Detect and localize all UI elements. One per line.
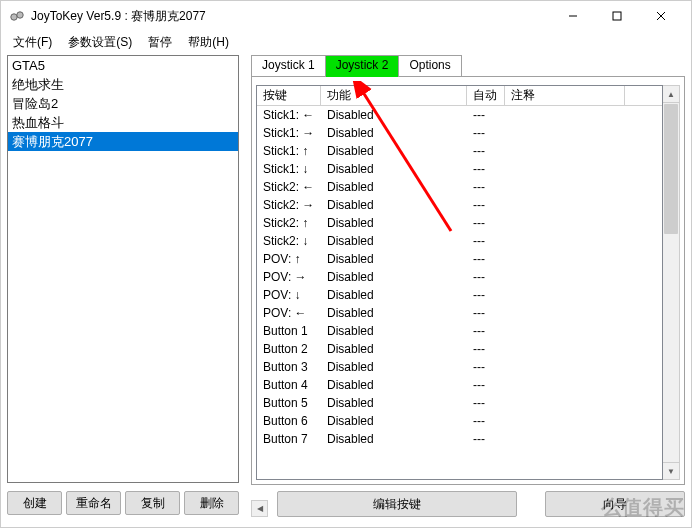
cell-function: Disabled bbox=[321, 430, 467, 448]
tab-strip: Joystick 1Joystick 2Options bbox=[251, 55, 461, 77]
tab-options[interactable]: Options bbox=[398, 55, 461, 77]
table-row[interactable]: POV: ↑Disabled--- bbox=[257, 250, 662, 268]
cell-note bbox=[505, 340, 625, 358]
main-pane: Joystick 1Joystick 2Options 按键功能自动注释 Sti… bbox=[247, 55, 685, 519]
table-row[interactable]: Button 2Disabled--- bbox=[257, 340, 662, 358]
cell-function: Disabled bbox=[321, 340, 467, 358]
vertical-scrollbar[interactable]: ▲ ▼ bbox=[663, 85, 680, 480]
table-row[interactable]: Stick2: →Disabled--- bbox=[257, 196, 662, 214]
table-row[interactable]: Stick1: →Disabled--- bbox=[257, 124, 662, 142]
maximize-button[interactable] bbox=[595, 2, 639, 30]
cell-note bbox=[505, 106, 625, 124]
table-row[interactable]: Button 6Disabled--- bbox=[257, 412, 662, 430]
create-button[interactable]: 创建 bbox=[7, 491, 62, 515]
cell-function: Disabled bbox=[321, 232, 467, 250]
table-body[interactable]: Stick1: ←Disabled---Stick1: →Disabled---… bbox=[257, 106, 662, 479]
cell-function: Disabled bbox=[321, 250, 467, 268]
cell-auto: --- bbox=[467, 286, 505, 304]
cell-function: Disabled bbox=[321, 160, 467, 178]
scroll-down-icon[interactable]: ▼ bbox=[663, 462, 679, 479]
cell-function: Disabled bbox=[321, 268, 467, 286]
cell-auto: --- bbox=[467, 376, 505, 394]
edit-key-button[interactable]: 编辑按键 bbox=[277, 491, 517, 517]
cell-key: Button 6 bbox=[257, 412, 321, 430]
menu-pause[interactable]: 暂停 bbox=[140, 33, 180, 52]
table-row[interactable]: Button 4Disabled--- bbox=[257, 376, 662, 394]
menu-file[interactable]: 文件(F) bbox=[5, 33, 60, 52]
table-row[interactable]: Stick1: ↑Disabled--- bbox=[257, 142, 662, 160]
cell-key: Stick1: ↓ bbox=[257, 160, 321, 178]
cell-function: Disabled bbox=[321, 394, 467, 412]
app-icon bbox=[9, 8, 25, 24]
table-row[interactable]: Stick1: ←Disabled--- bbox=[257, 106, 662, 124]
cell-note bbox=[505, 142, 625, 160]
cell-key: Button 3 bbox=[257, 358, 321, 376]
cell-function: Disabled bbox=[321, 286, 467, 304]
table-row[interactable]: Stick2: ←Disabled--- bbox=[257, 178, 662, 196]
scroll-thumb[interactable] bbox=[664, 104, 678, 234]
scroll-left-icon[interactable]: ◀ bbox=[251, 500, 268, 517]
tab-joystick-1[interactable]: Joystick 1 bbox=[251, 55, 326, 77]
table-row[interactable]: Button 1Disabled--- bbox=[257, 322, 662, 340]
cell-note bbox=[505, 286, 625, 304]
cell-note bbox=[505, 178, 625, 196]
column-auto[interactable]: 自动 bbox=[467, 86, 505, 105]
table-row[interactable]: Button 5Disabled--- bbox=[257, 394, 662, 412]
table-row[interactable]: Stick2: ↑Disabled--- bbox=[257, 214, 662, 232]
table-row[interactable]: POV: →Disabled--- bbox=[257, 268, 662, 286]
bindings-table[interactable]: 按键功能自动注释 Stick1: ←Disabled---Stick1: →Di… bbox=[256, 85, 663, 480]
delete-button[interactable]: 删除 bbox=[184, 491, 239, 515]
profile-item[interactable]: 冒险岛2 bbox=[8, 94, 238, 113]
table-row[interactable]: Stick1: ↓Disabled--- bbox=[257, 160, 662, 178]
cell-note bbox=[505, 358, 625, 376]
title-bar: JoyToKey Ver5.9 : 赛博朋克2077 bbox=[1, 1, 691, 31]
menu-bar: 文件(F) 参数设置(S) 暂停 帮助(H) bbox=[1, 31, 691, 53]
profile-item[interactable]: 赛博朋克2077 bbox=[8, 132, 238, 151]
rename-button[interactable]: 重命名 bbox=[66, 491, 121, 515]
profile-item[interactable]: 热血格斗 bbox=[8, 113, 238, 132]
cell-key: Button 7 bbox=[257, 430, 321, 448]
cell-key: Stick1: → bbox=[257, 124, 321, 142]
cell-note bbox=[505, 304, 625, 322]
cell-key: Stick1: ← bbox=[257, 106, 321, 124]
close-button[interactable] bbox=[639, 2, 683, 30]
cell-auto: --- bbox=[467, 394, 505, 412]
cell-note bbox=[505, 232, 625, 250]
menu-help[interactable]: 帮助(H) bbox=[180, 33, 237, 52]
cell-auto: --- bbox=[467, 304, 505, 322]
svg-point-0 bbox=[11, 14, 17, 20]
svg-point-1 bbox=[17, 12, 23, 18]
tab-joystick-2[interactable]: Joystick 2 bbox=[325, 55, 400, 77]
cell-key: Button 4 bbox=[257, 376, 321, 394]
table-row[interactable]: POV: ↓Disabled--- bbox=[257, 286, 662, 304]
cell-function: Disabled bbox=[321, 196, 467, 214]
profile-list[interactable]: GTA5绝地求生冒险岛2热血格斗赛博朋克2077 bbox=[7, 55, 239, 483]
profile-item[interactable]: GTA5 bbox=[8, 56, 238, 75]
column-function[interactable]: 功能 bbox=[321, 86, 467, 105]
table-row[interactable]: Button 3Disabled--- bbox=[257, 358, 662, 376]
cell-auto: --- bbox=[467, 142, 505, 160]
cell-function: Disabled bbox=[321, 178, 467, 196]
tab-panel: 按键功能自动注释 Stick1: ←Disabled---Stick1: →Di… bbox=[251, 76, 685, 485]
profile-item[interactable]: 绝地求生 bbox=[8, 75, 238, 94]
table-row[interactable]: Button 7Disabled--- bbox=[257, 430, 662, 448]
cell-auto: --- bbox=[467, 124, 505, 142]
cell-function: Disabled bbox=[321, 358, 467, 376]
minimize-button[interactable] bbox=[551, 2, 595, 30]
table-header: 按键功能自动注释 bbox=[257, 86, 662, 106]
window-title: JoyToKey Ver5.9 : 赛博朋克2077 bbox=[31, 8, 551, 25]
wizard-button[interactable]: 向导 bbox=[545, 491, 685, 517]
table-row[interactable]: POV: ←Disabled--- bbox=[257, 304, 662, 322]
svg-rect-3 bbox=[613, 12, 621, 20]
column-note[interactable]: 注释 bbox=[505, 86, 625, 105]
cell-note bbox=[505, 196, 625, 214]
menu-settings[interactable]: 参数设置(S) bbox=[60, 33, 140, 52]
cell-note bbox=[505, 124, 625, 142]
scroll-up-icon[interactable]: ▲ bbox=[663, 86, 679, 103]
table-row[interactable]: Stick2: ↓Disabled--- bbox=[257, 232, 662, 250]
cell-key: POV: → bbox=[257, 268, 321, 286]
cell-note bbox=[505, 412, 625, 430]
copy-button[interactable]: 复制 bbox=[125, 491, 180, 515]
cell-auto: --- bbox=[467, 196, 505, 214]
column-key[interactable]: 按键 bbox=[257, 86, 321, 105]
